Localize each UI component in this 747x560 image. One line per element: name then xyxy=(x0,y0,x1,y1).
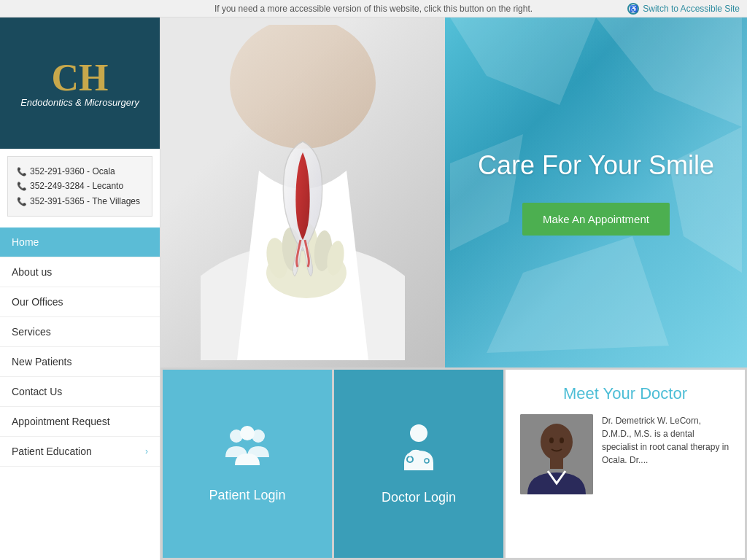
nav-label-education: Patient Education xyxy=(12,446,92,457)
phone-line-2: 📞 352-249-3284 - Lecanto xyxy=(17,179,143,193)
wheelchair-icon: ♿ xyxy=(627,3,639,15)
patient-login-label: Patient Login xyxy=(209,488,285,503)
svg-point-20 xyxy=(541,424,573,460)
svg-point-16 xyxy=(410,424,427,442)
meet-description: Dr. Demetrick W. LeCorn, D.M.D., M.S. is… xyxy=(602,416,729,465)
hero-illustration xyxy=(201,25,405,360)
svg-marker-10 xyxy=(669,127,742,273)
doctor-photo xyxy=(520,414,593,494)
phone-number-3: 352-391-5365 - The Villages xyxy=(30,194,140,209)
phone-box: 📞 352-291-9360 - Ocala 📞 352-249-3284 - … xyxy=(7,156,152,217)
logo-area: CH Endodontics & Microsurgery xyxy=(0,18,160,149)
content-area: Care For Your Smile Make An Appointment xyxy=(160,18,747,560)
svg-rect-21 xyxy=(550,458,563,469)
main-layout: CH Endodontics & Microsurgery 📞 352-291-… xyxy=(0,18,747,560)
doctor-portrait xyxy=(520,414,593,494)
nav-label-home: Home xyxy=(12,236,39,248)
logo-letters: CH xyxy=(20,59,139,97)
meet-content: Dr. Demetrick W. LeCorn, D.M.D., M.S. is… xyxy=(520,414,730,494)
svg-point-17 xyxy=(407,456,413,462)
svg-point-18 xyxy=(425,459,429,463)
nav-menu: Home About us Our Offices Services New P… xyxy=(0,228,160,560)
make-appointment-button[interactable]: Make An Appointment xyxy=(522,203,670,236)
svg-point-15 xyxy=(240,426,255,440)
svg-marker-8 xyxy=(450,18,596,105)
hero-section: Care For Your Smile Make An Appointment xyxy=(160,18,747,368)
nav-item-new-patients[interactable]: New Patients xyxy=(0,347,160,377)
hero-image xyxy=(160,18,445,368)
phone-icon-3: 📞 xyxy=(17,195,27,209)
accessibility-bar: If you need a more accessible version of… xyxy=(0,0,747,18)
phone-icon-1: 📞 xyxy=(17,165,27,179)
hero-bg xyxy=(160,18,445,368)
nav-label-offices: Our Offices xyxy=(12,296,63,308)
nav-item-offices[interactable]: Our Offices xyxy=(0,287,160,317)
svg-point-23 xyxy=(560,438,564,443)
hero-title: Care For Your Smile xyxy=(478,150,714,181)
nav-label-new-patients: New Patients xyxy=(12,356,71,368)
nav-item-appointment[interactable]: Appointment Request xyxy=(0,407,160,437)
meet-doctor-card: Meet Your Doctor xyxy=(506,370,745,558)
phone-number-1: 352-291-9360 - Ocala xyxy=(30,164,115,179)
patient-login-card[interactable]: Patient Login xyxy=(163,370,332,558)
logo: CH Endodontics & Microsurgery xyxy=(20,59,139,108)
meet-title: Meet Your Doctor xyxy=(520,384,730,403)
svg-marker-12 xyxy=(487,236,669,353)
hero-teal: Care For Your Smile Make An Appointment xyxy=(445,18,747,368)
cards-row: Patient Login Doctor Login xyxy=(160,368,747,560)
nav-item-about[interactable]: About us xyxy=(0,257,160,287)
accessible-site-button[interactable]: ♿ Switch to Accessible Site xyxy=(627,3,740,15)
svg-marker-9 xyxy=(596,18,742,127)
nav-label-about: About us xyxy=(12,266,52,278)
doctor-login-card[interactable]: Doctor Login xyxy=(334,370,503,558)
nav-item-education[interactable]: Patient Education › xyxy=(0,437,160,467)
polygon-decoration xyxy=(445,18,747,368)
sidebar: CH Endodontics & Microsurgery 📞 352-291-… xyxy=(0,18,160,560)
logo-subtitle: Endodontics & Microsurgery xyxy=(20,97,139,108)
nav-label-services: Services xyxy=(12,326,51,338)
doctor-icon xyxy=(397,423,441,479)
phone-icon-2: 📞 xyxy=(17,179,27,193)
phone-line-3: 📞 352-391-5365 - The Villages xyxy=(17,194,143,209)
doctor-login-label: Doctor Login xyxy=(382,490,456,505)
accessibility-message: If you need a more accessible version of… xyxy=(214,4,533,14)
phone-number-2: 352-249-3284 - Lecanto xyxy=(30,179,123,193)
meet-text: Dr. Demetrick W. LeCorn, D.M.D., M.S. is… xyxy=(602,414,730,467)
patients-icon-svg xyxy=(222,424,273,468)
accessible-site-label: Switch to Accessible Site xyxy=(643,4,740,14)
nav-item-home[interactable]: Home xyxy=(0,228,160,257)
nav-label-contact: Contact Us xyxy=(12,386,62,397)
doctor-icon-svg xyxy=(397,423,441,470)
patient-icon xyxy=(222,424,273,477)
svg-point-1 xyxy=(230,25,376,149)
svg-point-22 xyxy=(549,438,554,443)
nav-item-contact[interactable]: Contact Us xyxy=(0,377,160,407)
nav-label-appointment: Appointment Request xyxy=(12,416,110,427)
nav-item-services[interactable]: Services xyxy=(0,317,160,347)
phone-line-1: 📞 352-291-9360 - Ocala xyxy=(17,164,143,179)
chevron-icon: › xyxy=(145,446,148,456)
